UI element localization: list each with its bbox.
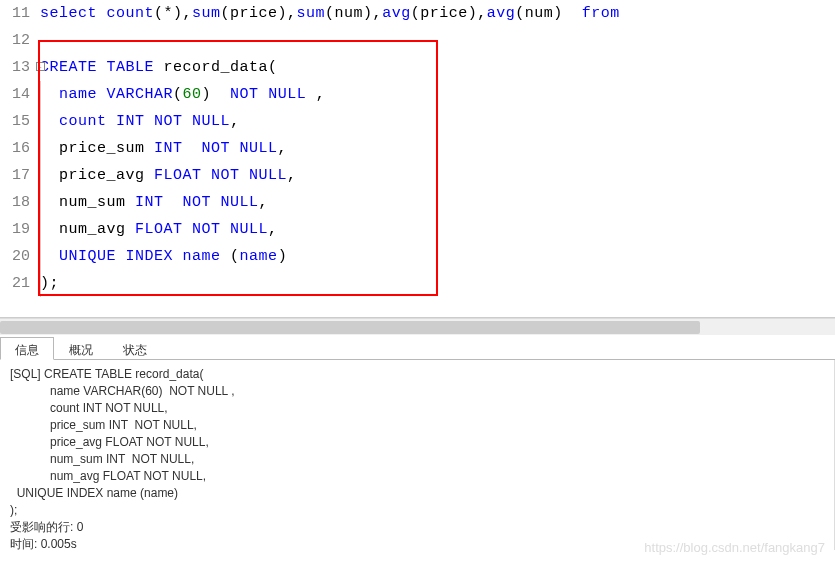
code-text: , [306, 86, 325, 103]
keyword: NOT [230, 86, 259, 103]
code-text [164, 194, 183, 211]
line-number: 17 [0, 162, 30, 189]
line-number: 18 [0, 189, 30, 216]
code-text: ); [40, 275, 59, 292]
horizontal-scrollbar[interactable] [0, 318, 835, 335]
keyword: NULL [268, 86, 306, 103]
code-line[interactable]: price_avg FLOAT NOT NULL, [40, 162, 835, 189]
fold-guide [40, 162, 41, 189]
code-text [97, 59, 107, 76]
code-text [97, 86, 107, 103]
keyword: name [183, 248, 221, 265]
code-text: (num), [325, 5, 382, 22]
tab-overview[interactable]: 概况 [54, 337, 108, 359]
fold-guide [40, 108, 41, 135]
line-number: 12 [0, 27, 30, 54]
keyword: NULL [192, 113, 230, 130]
code-text [40, 248, 59, 265]
code-text [230, 140, 240, 157]
line-number: 21 [0, 270, 30, 297]
keyword: FLOAT [154, 167, 202, 184]
line-number: 19 [0, 216, 30, 243]
keyword: NOT [154, 113, 183, 130]
keyword: avg [382, 5, 411, 22]
code-text: price_avg [40, 167, 154, 184]
code-line[interactable]: num_sum INT NOT NULL, [40, 189, 835, 216]
code-line[interactable]: UNIQUE INDEX name (name) [40, 243, 835, 270]
code-text: (price), [221, 5, 297, 22]
code-text: num_avg [40, 221, 135, 238]
fold-toggle-icon[interactable]: - [36, 62, 45, 71]
line-number: 11 [0, 0, 30, 27]
code-text: record_data( [154, 59, 278, 76]
code-text: , [230, 113, 240, 130]
code-text [40, 86, 59, 103]
keyword: NULL [240, 140, 278, 157]
code-text [240, 167, 250, 184]
code-line[interactable]: num_avg FLOAT NOT NULL, [40, 216, 835, 243]
keyword: INDEX [126, 248, 174, 265]
code-line[interactable]: name VARCHAR(60) NOT NULL , [40, 81, 835, 108]
code-text: price_sum [40, 140, 154, 157]
line-number: 14 [0, 81, 30, 108]
code-text: ) [202, 86, 231, 103]
code-text: ( [221, 248, 240, 265]
code-line[interactable]: select count(*),sum(price),sum(num),avg(… [40, 0, 835, 27]
scrollbar-thumb[interactable] [0, 321, 700, 334]
code-text [183, 113, 193, 130]
keyword: sum [297, 5, 326, 22]
code-text: (price), [411, 5, 487, 22]
keyword: INT [154, 140, 183, 157]
code-text [259, 86, 269, 103]
code-text [145, 113, 155, 130]
line-number: 13 [0, 54, 30, 81]
number-literal: 60 [183, 86, 202, 103]
code-text: , [278, 140, 288, 157]
output-panel: [SQL] CREATE TABLE record_data( name VAR… [0, 360, 835, 550]
code-text [107, 113, 117, 130]
keyword: VARCHAR [107, 86, 174, 103]
keyword: NOT [202, 140, 231, 157]
code-text [116, 248, 126, 265]
line-number: 16 [0, 135, 30, 162]
sql-editor[interactable]: 1112131415161718192021 select count(*),s… [0, 0, 835, 318]
code-text [221, 221, 231, 238]
fold-guide [40, 243, 41, 270]
keyword: NOT [183, 194, 212, 211]
keyword: count [107, 5, 155, 22]
keyword: FLOAT [135, 221, 183, 238]
code-text [202, 167, 212, 184]
code-line[interactable]: -CREATE TABLE record_data( [40, 54, 835, 81]
code-line[interactable] [40, 27, 835, 54]
keyword: UNIQUE [59, 248, 116, 265]
keyword: NOT [192, 221, 221, 238]
code-text [183, 221, 193, 238]
code-text: , [268, 221, 278, 238]
code-text: ( [173, 86, 183, 103]
code-text: ) [278, 248, 288, 265]
code-text: , [287, 167, 297, 184]
code-area[interactable]: select count(*),sum(price),sum(num),avg(… [40, 0, 835, 297]
code-text [40, 113, 59, 130]
line-number: 20 [0, 243, 30, 270]
tab-info[interactable]: 信息 [0, 337, 54, 360]
code-text [97, 5, 107, 22]
code-text: (num) [515, 5, 582, 22]
fold-guide [40, 81, 41, 108]
code-text [211, 194, 221, 211]
fold-guide [40, 135, 41, 162]
keyword: NULL [221, 194, 259, 211]
keyword: INT [135, 194, 164, 211]
keyword: count [59, 113, 107, 130]
code-line[interactable]: count INT NOT NULL, [40, 108, 835, 135]
keyword: CREATE [40, 59, 97, 76]
line-number: 15 [0, 108, 30, 135]
keyword: INT [116, 113, 145, 130]
code-text [183, 140, 202, 157]
keyword: select [40, 5, 97, 22]
code-line[interactable]: price_sum INT NOT NULL, [40, 135, 835, 162]
fold-guide [40, 270, 41, 297]
line-gutter: 1112131415161718192021 [0, 0, 36, 297]
tab-status[interactable]: 状态 [108, 337, 162, 359]
code-line[interactable]: ); [40, 270, 835, 297]
